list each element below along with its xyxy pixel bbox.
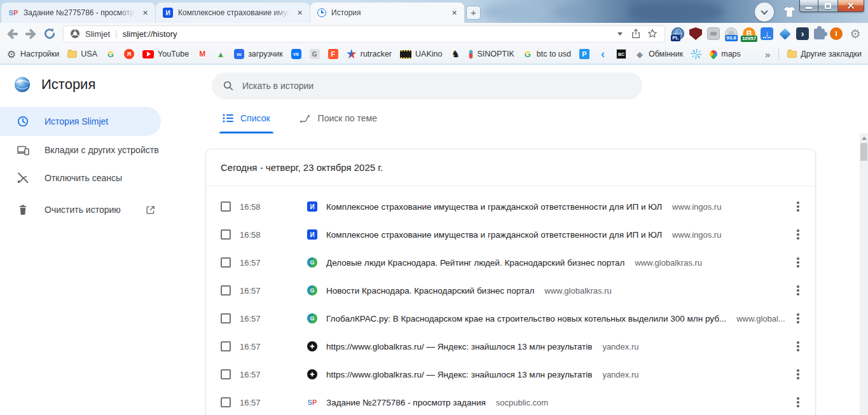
entry-menu-button[interactable] bbox=[790, 254, 806, 271]
bookmark-item[interactable]: BC bbox=[616, 49, 626, 59]
entry-checkbox[interactable] bbox=[221, 257, 231, 268]
sidebar-item[interactable]: Очистить историю bbox=[0, 196, 197, 224]
extension-icon[interactable]: ↓ bbox=[761, 27, 773, 40]
entry-menu-button[interactable] bbox=[790, 366, 806, 383]
entry-checkbox[interactable] bbox=[221, 201, 231, 212]
entry-menu-button[interactable] bbox=[790, 338, 806, 355]
bookmark-item[interactable]: UAKino bbox=[400, 50, 442, 58]
sidebar-item[interactable]: История Slimjet bbox=[0, 107, 161, 136]
share-icon[interactable] bbox=[630, 28, 642, 39]
tab-close-icon[interactable]: × bbox=[449, 8, 460, 18]
bookmark-item[interactable]: rutracker bbox=[347, 49, 392, 59]
sidebar-item[interactable]: Отключить сеансы bbox=[0, 164, 197, 192]
minimize-button[interactable] bbox=[799, 0, 818, 12]
entry-title[interactable]: Деловые люди Краснодара. Рейтинг людей. … bbox=[326, 258, 624, 268]
extension-icon[interactable]: ⚙ bbox=[848, 26, 863, 41]
entry-menu-button[interactable] bbox=[790, 282, 806, 299]
scrollbar-up-arrow[interactable] bbox=[860, 133, 868, 142]
entry-checkbox[interactable] bbox=[221, 397, 231, 407]
bookmark-item[interactable]: ‹ bbox=[598, 49, 608, 59]
forward-button[interactable] bbox=[22, 25, 39, 43]
entry-title[interactable]: Задание №2775786 - просмотр задания bbox=[326, 398, 486, 407]
view-tab[interactable]: Поиск по теме bbox=[296, 104, 380, 133]
history-entry-row[interactable]: 16:57 G ГлобалКРАС.ру: В Краснодарском к… bbox=[206, 304, 815, 332]
bookmark-item[interactable]: G bbox=[106, 49, 116, 59]
entry-checkbox[interactable] bbox=[221, 313, 231, 323]
address-bar[interactable]: Slimjet | slimjet://history bbox=[63, 25, 665, 43]
bookmark-item[interactable]: P bbox=[579, 49, 589, 59]
bookmark-item[interactable]: ◆Обмінник bbox=[635, 49, 683, 59]
history-entry-row[interactable]: 16:57 G Новости Краснодара. Краснодарски… bbox=[206, 276, 815, 304]
close-button[interactable] bbox=[837, 0, 864, 12]
entry-title[interactable]: https://www.globalkras.ru/ — Яндекс: зна… bbox=[326, 370, 592, 379]
bookmark-item[interactable]: SINOPTIK bbox=[469, 50, 514, 59]
extension-icon[interactable] bbox=[814, 29, 825, 39]
bookmark-item[interactable]: maps bbox=[710, 50, 741, 58]
extension-icon[interactable] bbox=[689, 27, 702, 40]
extension-glyph: I bbox=[835, 30, 837, 37]
history-search-bar[interactable] bbox=[212, 72, 642, 99]
entry-title[interactable]: Новости Краснодара. Краснодарский бизнес… bbox=[326, 286, 534, 296]
extension-icon[interactable]: I bbox=[830, 27, 843, 40]
entry-title[interactable]: https://www.globalkras.ru/ — Яндекс: зна… bbox=[326, 342, 592, 351]
maximize-button[interactable] bbox=[818, 0, 837, 12]
extension-icon[interactable]: 93.8 bbox=[725, 27, 738, 40]
back-button[interactable] bbox=[4, 25, 21, 43]
bookmark-item[interactable] bbox=[691, 49, 701, 59]
entry-checkbox[interactable] bbox=[221, 229, 231, 240]
reload-button[interactable] bbox=[41, 25, 58, 43]
entry-menu-button[interactable] bbox=[790, 310, 806, 327]
entry-menu-button[interactable] bbox=[790, 198, 806, 215]
history-entry-row[interactable]: 16:57 SP Задание №2775786 - просмотр зад… bbox=[206, 388, 815, 415]
sidebar-item[interactable]: Вкладки с других устройств bbox=[0, 136, 197, 164]
bookmark-item[interactable]: Я bbox=[124, 49, 134, 59]
bookmark-item[interactable]: ⚙Настройки bbox=[6, 49, 59, 59]
tab-close-icon[interactable]: × bbox=[140, 8, 151, 18]
extension-icon[interactable]: PL bbox=[672, 27, 684, 40]
bookmark-star-icon[interactable] bbox=[647, 28, 658, 39]
history-entry-row[interactable]: 16:57 G Деловые люди Краснодара. Рейтинг… bbox=[206, 248, 815, 276]
page-scrollbar[interactable] bbox=[860, 133, 868, 415]
new-tab-button[interactable]: + bbox=[466, 6, 481, 20]
scrollbar-thumb[interactable] bbox=[860, 143, 867, 161]
skin-chooser-icon[interactable] bbox=[782, 5, 797, 18]
bookmark-favicon: ⚙ bbox=[6, 49, 17, 59]
bookmarks-overflow-chevron[interactable]: » bbox=[765, 49, 770, 60]
other-bookmarks-button[interactable]: Другие закладки bbox=[787, 50, 862, 58]
entry-checkbox[interactable] bbox=[221, 341, 231, 351]
tab-list-dropdown-button[interactable] bbox=[755, 3, 774, 22]
bookmark-favicon: G bbox=[310, 49, 320, 59]
bookmark-item[interactable]: ▲ bbox=[216, 49, 226, 59]
tab-close-icon[interactable]: × bbox=[294, 8, 305, 18]
bookmark-item[interactable]: G bbox=[310, 49, 320, 59]
bookmark-item[interactable]: VK bbox=[291, 49, 301, 59]
entry-menu-button[interactable] bbox=[790, 226, 806, 243]
extension-icon[interactable] bbox=[778, 27, 791, 40]
browser-tab[interactable]: И Комплексное страхование имущ × bbox=[156, 3, 310, 23]
history-entry-row[interactable]: 16:58 И Комплексное страхование имуществ… bbox=[206, 221, 815, 248]
history-search-input[interactable] bbox=[242, 81, 631, 91]
history-entry-row[interactable]: 16:57 https://www.globalkras.ru/ — Яндек… bbox=[206, 360, 815, 388]
entry-checkbox[interactable] bbox=[221, 369, 231, 379]
bookmark-item[interactable]: USA bbox=[67, 50, 97, 58]
entry-checkbox[interactable] bbox=[221, 285, 231, 296]
extension-icon[interactable]: B10957 bbox=[743, 27, 755, 40]
bookmark-item[interactable]: ♞ bbox=[450, 49, 460, 59]
history-entry-row[interactable]: 16:58 И Комплексное страхование имуществ… bbox=[206, 193, 815, 221]
bookmark-item[interactable]: F bbox=[328, 49, 338, 59]
extension-icon[interactable] bbox=[707, 27, 720, 40]
browser-tab[interactable]: SP Задание №2775786 - просмотр з × bbox=[1, 3, 155, 23]
history-entry-row[interactable]: 16:57 https://www.globalkras.ru/ — Яндек… bbox=[206, 332, 815, 360]
entry-menu-button[interactable] bbox=[790, 394, 806, 411]
bookmark-item[interactable]: Gbtc to usd bbox=[523, 49, 571, 59]
view-tab[interactable]: Список bbox=[219, 104, 273, 133]
bookmark-item[interactable]: YouTube bbox=[142, 50, 189, 58]
entry-title[interactable]: Комплексное страхование имущества и граж… bbox=[326, 230, 662, 240]
entry-title[interactable]: ГлобалКРАС.ру: В Краснодарском крае на с… bbox=[326, 314, 726, 323]
browser-tab[interactable]: История × bbox=[310, 3, 464, 23]
entry-title[interactable]: Комплексное страхование имущества и граж… bbox=[326, 202, 662, 212]
omnibox-dropdown-icon[interactable] bbox=[617, 32, 623, 36]
bookmark-item[interactable]: M bbox=[197, 49, 207, 59]
bookmark-item[interactable]: ∞загрузчик bbox=[234, 49, 283, 59]
extension-icon[interactable]: › bbox=[796, 27, 809, 40]
